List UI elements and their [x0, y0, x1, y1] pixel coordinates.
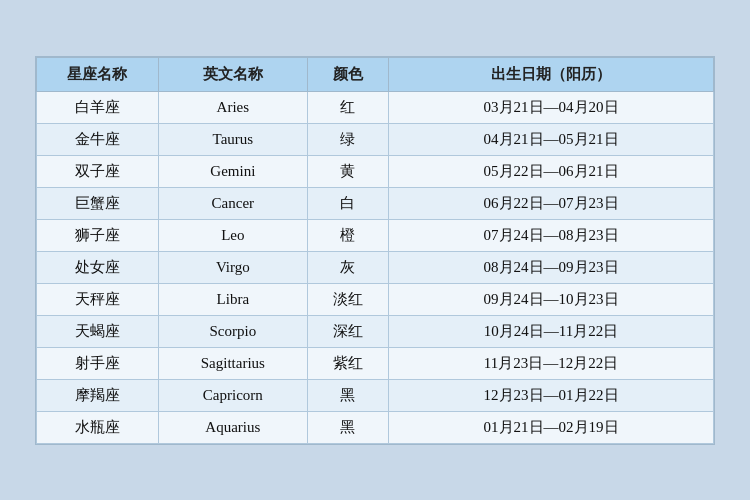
zodiac-table: 星座名称 英文名称 颜色 出生日期（阳历） 白羊座Aries红03月21日—04…: [36, 57, 714, 444]
cell-date: 03月21日—04月20日: [389, 91, 714, 123]
cell-date: 04月21日—05月21日: [389, 123, 714, 155]
cell-date: 05月22日—06月21日: [389, 155, 714, 187]
header-color: 颜色: [307, 57, 388, 91]
table-row: 水瓶座Aquarius黑01月21日—02月19日: [37, 411, 714, 443]
table-header-row: 星座名称 英文名称 颜色 出生日期（阳历）: [37, 57, 714, 91]
cell-chinese: 狮子座: [37, 219, 159, 251]
table-row: 金牛座Taurus绿04月21日—05月21日: [37, 123, 714, 155]
header-chinese: 星座名称: [37, 57, 159, 91]
table-row: 狮子座Leo橙07月24日—08月23日: [37, 219, 714, 251]
cell-date: 07月24日—08月23日: [389, 219, 714, 251]
cell-english: Aquarius: [158, 411, 307, 443]
cell-date: 08月24日—09月23日: [389, 251, 714, 283]
cell-color: 淡红: [307, 283, 388, 315]
cell-english: Libra: [158, 283, 307, 315]
cell-chinese: 射手座: [37, 347, 159, 379]
cell-color: 绿: [307, 123, 388, 155]
cell-color: 黑: [307, 411, 388, 443]
cell-english: Scorpio: [158, 315, 307, 347]
cell-date: 12月23日—01月22日: [389, 379, 714, 411]
cell-date: 06月22日—07月23日: [389, 187, 714, 219]
cell-chinese: 天秤座: [37, 283, 159, 315]
cell-color: 红: [307, 91, 388, 123]
cell-date: 09月24日—10月23日: [389, 283, 714, 315]
header-english: 英文名称: [158, 57, 307, 91]
header-date: 出生日期（阳历）: [389, 57, 714, 91]
table-row: 白羊座Aries红03月21日—04月20日: [37, 91, 714, 123]
cell-chinese: 水瓶座: [37, 411, 159, 443]
table-row: 双子座Gemini黄05月22日—06月21日: [37, 155, 714, 187]
cell-color: 黄: [307, 155, 388, 187]
cell-english: Capricorn: [158, 379, 307, 411]
cell-color: 紫红: [307, 347, 388, 379]
table-row: 射手座Sagittarius紫红11月23日—12月22日: [37, 347, 714, 379]
cell-english: Cancer: [158, 187, 307, 219]
cell-chinese: 金牛座: [37, 123, 159, 155]
table-row: 巨蟹座Cancer白06月22日—07月23日: [37, 187, 714, 219]
cell-chinese: 双子座: [37, 155, 159, 187]
cell-english: Leo: [158, 219, 307, 251]
cell-chinese: 处女座: [37, 251, 159, 283]
table-row: 处女座Virgo灰08月24日—09月23日: [37, 251, 714, 283]
zodiac-table-container: 星座名称 英文名称 颜色 出生日期（阳历） 白羊座Aries红03月21日—04…: [35, 56, 715, 445]
table-row: 摩羯座Capricorn黑12月23日—01月22日: [37, 379, 714, 411]
cell-date: 10月24日—11月22日: [389, 315, 714, 347]
cell-chinese: 天蝎座: [37, 315, 159, 347]
table-row: 天蝎座Scorpio深红10月24日—11月22日: [37, 315, 714, 347]
cell-chinese: 白羊座: [37, 91, 159, 123]
table-body: 白羊座Aries红03月21日—04月20日金牛座Taurus绿04月21日—0…: [37, 91, 714, 443]
cell-english: Sagittarius: [158, 347, 307, 379]
cell-date: 01月21日—02月19日: [389, 411, 714, 443]
cell-color: 黑: [307, 379, 388, 411]
cell-english: Taurus: [158, 123, 307, 155]
cell-chinese: 巨蟹座: [37, 187, 159, 219]
cell-color: 灰: [307, 251, 388, 283]
cell-chinese: 摩羯座: [37, 379, 159, 411]
cell-date: 11月23日—12月22日: [389, 347, 714, 379]
cell-english: Gemini: [158, 155, 307, 187]
cell-color: 橙: [307, 219, 388, 251]
cell-color: 深红: [307, 315, 388, 347]
cell-color: 白: [307, 187, 388, 219]
cell-english: Aries: [158, 91, 307, 123]
table-row: 天秤座Libra淡红09月24日—10月23日: [37, 283, 714, 315]
cell-english: Virgo: [158, 251, 307, 283]
